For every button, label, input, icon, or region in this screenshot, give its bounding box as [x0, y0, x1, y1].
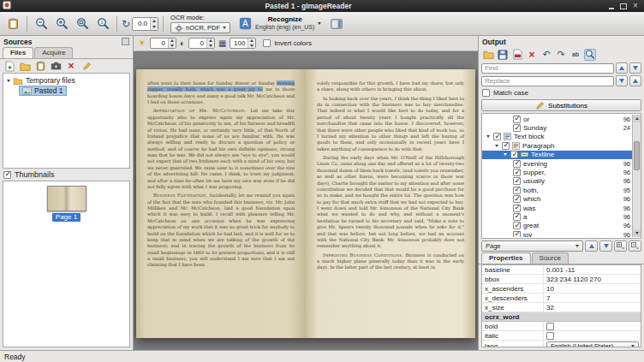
- minimize-button[interactable]: [605, 2, 617, 11]
- edit-source-button[interactable]: [80, 60, 92, 72]
- scanned-book-image[interactable]: often went to their home for Sunday dinn…: [136, 69, 475, 338]
- tree-row-temporary-files[interactable]: Temporary files: [3, 75, 129, 86]
- export-pdf-button[interactable]: [511, 49, 523, 61]
- word-checkbox[interactable]: [513, 177, 521, 185]
- find-input[interactable]: [481, 63, 614, 74]
- prev-item-button[interactable]: [585, 240, 598, 252]
- remove-source-button[interactable]: [65, 60, 77, 72]
- textline-row-selected[interactable]: Textline: [482, 151, 632, 159]
- recognize-button[interactable]: A Recognize English (eng) (en_US): [235, 15, 325, 32]
- word-checkbox[interactable]: [513, 222, 521, 229]
- word-row[interactable]: great96: [482, 222, 632, 230]
- replace-input[interactable]: [481, 76, 614, 86]
- zoom-fit-button[interactable]: [73, 15, 92, 33]
- word-row[interactable]: both,95: [482, 186, 632, 194]
- selected-source[interactable]: Pasted 1: [19, 86, 67, 96]
- replace-all-button[interactable]: [629, 75, 641, 86]
- block-checkbox[interactable]: [493, 133, 501, 140]
- textline-checkbox[interactable]: [510, 151, 518, 158]
- tab-files[interactable]: Files: [3, 47, 33, 58]
- tab-properties[interactable]: Properties: [481, 252, 531, 264]
- word-row[interactable]: which96: [482, 195, 632, 204]
- language-select[interactable]: English (United States): [546, 341, 639, 348]
- word-row[interactable]: usually96: [482, 177, 632, 186]
- replace-button[interactable]: [616, 75, 628, 86]
- settings-button[interactable]: [327, 15, 346, 33]
- scrollbar-thumb[interactable]: [634, 141, 640, 170]
- zoom-in-button[interactable]: [52, 15, 71, 33]
- screenshot-button[interactable]: [50, 60, 62, 72]
- bold-property-row[interactable]: bold: [482, 322, 641, 331]
- find-prev-button[interactable]: [616, 62, 628, 74]
- italic-property-row[interactable]: italic: [482, 331, 641, 341]
- page-select[interactable]: Page: [481, 240, 583, 252]
- tab-source[interactable]: Source: [532, 252, 569, 264]
- word-row[interactable]: evening96: [482, 159, 632, 168]
- collapse-all-button[interactable]: [629, 240, 641, 252]
- property-row[interactable]: x_descenders7: [482, 294, 641, 303]
- italic-checkbox[interactable]: [546, 332, 554, 340]
- scroll-up-icon[interactable]: [633, 115, 641, 122]
- lang-property-row[interactable]: lang English (United States): [482, 341, 641, 347]
- tab-acquire[interactable]: Acquire: [34, 47, 73, 58]
- expander-icon[interactable]: [504, 153, 507, 156]
- word-checkbox[interactable]: [513, 116, 521, 123]
- panel-detach-icon[interactable]: [122, 38, 129, 45]
- find-next-button[interactable]: [629, 62, 641, 74]
- open-hocr-button[interactable]: [482, 49, 494, 61]
- word-row[interactable]: a96: [482, 212, 632, 221]
- undo-button[interactable]: [540, 49, 552, 61]
- clear-output-button[interactable]: [526, 49, 538, 61]
- match-case-checkbox[interactable]: [482, 89, 490, 97]
- save-hocr-button[interactable]: [497, 49, 509, 61]
- word-row[interactable]: was96: [482, 204, 632, 212]
- property-row[interactable]: x_ascenders10: [482, 284, 641, 294]
- page-thumbnail[interactable]: [47, 186, 86, 211]
- property-row[interactable]: bbox323 234 1120 270: [482, 275, 641, 284]
- paragraph-row[interactable]: Paragraph: [482, 141, 632, 150]
- word-checkbox[interactable]: [513, 213, 521, 221]
- word-row[interactable]: Sunday24: [482, 123, 632, 132]
- rotation-spinbox[interactable]: 0.0: [132, 17, 158, 31]
- next-item-button[interactable]: [599, 240, 612, 252]
- scroll-down-icon[interactable]: [633, 229, 641, 237]
- expander-icon[interactable]: [495, 145, 498, 147]
- word-checkbox[interactable]: [513, 205, 521, 212]
- property-row[interactable]: x_size32: [482, 303, 641, 312]
- word-checkbox[interactable]: [513, 231, 521, 237]
- add-images-button[interactable]: [3, 60, 15, 72]
- image-canvas[interactable]: often went to their home for Sunday dinn…: [134, 51, 478, 350]
- substitutions-button[interactable]: Substitutions: [481, 99, 641, 111]
- paste-source-button[interactable]: [34, 60, 46, 72]
- resolution-spinbox[interactable]: 100: [230, 38, 256, 49]
- expander-icon[interactable]: [486, 135, 490, 138]
- spin-arrows[interactable]: [150, 18, 158, 30]
- paragraph-checkbox[interactable]: [502, 142, 510, 150]
- add-folder-button[interactable]: [19, 60, 31, 72]
- ocr-mode-select[interactable]: hOCR, PDF: [170, 22, 230, 33]
- word-checkbox[interactable]: [513, 169, 521, 176]
- substitutions-icon-button[interactable]: [569, 49, 581, 61]
- thumbnails-checkbox[interactable]: [3, 171, 11, 179]
- property-row[interactable]: baseline0.001 -11: [482, 265, 641, 275]
- expander-icon[interactable]: [7, 80, 10, 82]
- close-button[interactable]: [629, 2, 641, 11]
- zoom-original-button[interactable]: 1: [93, 15, 112, 33]
- maximize-button[interactable]: [617, 2, 629, 11]
- word-row[interactable]: or96: [482, 115, 632, 123]
- paste-button[interactable]: [3, 15, 22, 33]
- word-checkbox[interactable]: [513, 187, 521, 194]
- word-checkbox[interactable]: [513, 160, 521, 168]
- word-row[interactable]: joy96: [482, 230, 632, 237]
- expand-all-button[interactable]: [614, 240, 627, 252]
- invert-colors-checkbox[interactable]: [263, 39, 271, 47]
- contrast-spinbox[interactable]: 0: [188, 38, 215, 49]
- redo-button[interactable]: [555, 49, 567, 61]
- zoom-out-button[interactable]: [32, 15, 51, 33]
- tree-scrollbar[interactable]: [632, 115, 641, 237]
- tree-row-pasted-1[interactable]: Pasted 1: [3, 86, 129, 96]
- find-replace-toggle-button[interactable]: [584, 49, 596, 61]
- brightness-spinbox[interactable]: 0: [150, 38, 176, 49]
- word-checkbox[interactable]: [513, 124, 521, 132]
- bold-checkbox[interactable]: [546, 323, 554, 330]
